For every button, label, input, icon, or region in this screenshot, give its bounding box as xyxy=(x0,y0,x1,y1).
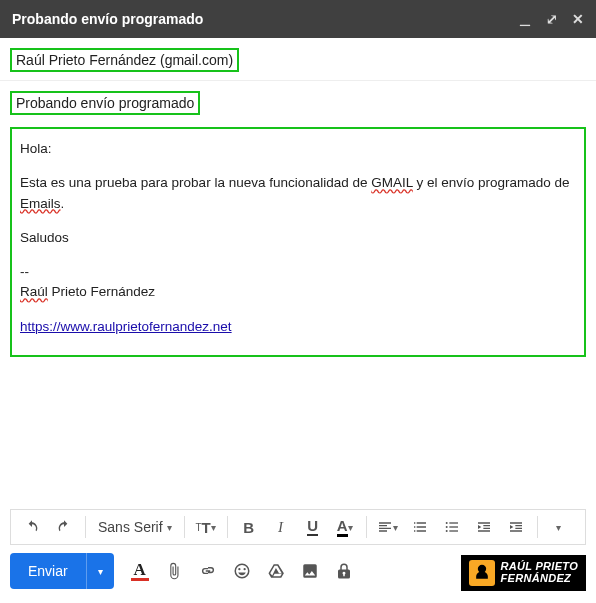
font-select[interactable]: Sans Serif ▾ xyxy=(92,519,178,535)
chevron-down-icon: ▾ xyxy=(348,522,353,533)
chevron-down-icon: ▾ xyxy=(167,522,172,533)
body-regards: Saludos xyxy=(20,228,576,248)
expand-icon[interactable]: ⤢ xyxy=(546,12,558,26)
divider xyxy=(85,516,86,538)
bullet-list-button[interactable] xyxy=(437,513,467,541)
brand-logo: RAÚL PRIETO FERNÁNDEZ xyxy=(461,555,586,591)
chevron-down-icon: ▾ xyxy=(98,566,103,577)
text-color-button[interactable]: A xyxy=(130,561,150,581)
svg-point-2 xyxy=(445,530,447,532)
subject-row[interactable]: Probando envío programado xyxy=(0,81,596,121)
divider xyxy=(227,516,228,538)
divider xyxy=(184,516,185,538)
window-controls: ＿ ⤢ ✕ xyxy=(518,12,584,26)
body-text: y el envío programado de xyxy=(413,175,570,190)
brand-logo-text: RAÚL PRIETO FERNÁNDEZ xyxy=(501,561,578,584)
textcolor-glyph: A xyxy=(337,517,348,537)
drive-icon[interactable] xyxy=(266,561,286,581)
brand-logo-icon xyxy=(469,560,495,586)
send-options-button[interactable]: ▾ xyxy=(86,553,114,589)
indent-more-button[interactable] xyxy=(501,513,531,541)
body-paragraph: Esta es una prueba para probar la nueva … xyxy=(20,173,576,214)
body-gmail: GMAIL xyxy=(371,175,413,190)
attach-icon[interactable] xyxy=(164,561,184,581)
logo-line2: FERNÁNDEZ xyxy=(501,573,578,585)
numbered-list-button[interactable] xyxy=(405,513,435,541)
indent-less-button[interactable] xyxy=(469,513,499,541)
recipient-chip[interactable]: Raúl Prieto Fernández (gmail.com) xyxy=(10,48,239,72)
redo-button[interactable] xyxy=(49,513,79,541)
compose-header: Probando envío programado ＿ ⤢ ✕ xyxy=(0,0,596,38)
svg-point-1 xyxy=(445,526,447,528)
signature-dash: -- xyxy=(20,262,576,282)
body-emails: Emails xyxy=(20,196,61,211)
chevron-down-icon: ▾ xyxy=(556,522,561,533)
recipient-row[interactable]: Raúl Prieto Fernández (gmail.com) xyxy=(0,38,596,81)
divider xyxy=(537,516,538,538)
minimize-icon[interactable]: ＿ xyxy=(518,12,532,26)
sig-first: Raúl xyxy=(20,284,48,299)
align-button[interactable]: ▾ xyxy=(373,513,403,541)
close-icon[interactable]: ✕ xyxy=(572,12,584,26)
body-text: Esta es una prueba para probar la nueva … xyxy=(20,175,371,190)
signature-link[interactable]: https://www.raulprietofernandez.net xyxy=(20,319,232,334)
signature-name: Raúl Prieto Fernández xyxy=(20,282,576,302)
confidential-icon[interactable] xyxy=(334,561,354,581)
emoji-icon[interactable] xyxy=(232,561,252,581)
underline-button[interactable]: U xyxy=(298,513,328,541)
undo-button[interactable] xyxy=(17,513,47,541)
chevron-down-icon: ▾ xyxy=(393,522,398,533)
bold-button[interactable]: B xyxy=(234,513,264,541)
sig-rest: Prieto Fernández xyxy=(48,284,155,299)
send-group: Enviar ▾ xyxy=(10,553,114,589)
send-button[interactable]: Enviar xyxy=(10,553,86,589)
underline-glyph: U xyxy=(307,518,318,536)
font-name: Sans Serif xyxy=(98,519,163,535)
text-color-button[interactable]: A▾ xyxy=(330,513,360,541)
subject-text[interactable]: Probando envío programado xyxy=(10,91,200,115)
message-body[interactable]: Hola: Esta es una prueba para probar la … xyxy=(10,127,586,357)
bottom-icons: A xyxy=(130,561,354,581)
italic-button[interactable]: I xyxy=(266,513,296,541)
more-formatting-button[interactable]: ▾ xyxy=(544,513,574,541)
divider xyxy=(366,516,367,538)
format-toolbar: Sans Serif ▾ TT▾ B I U A▾ ▾ ▾ xyxy=(10,509,586,545)
body-text: . xyxy=(61,196,65,211)
font-size-button[interactable]: TT▾ xyxy=(191,513,221,541)
link-icon[interactable] xyxy=(198,561,218,581)
compose-title: Probando envío programado xyxy=(12,11,518,27)
chevron-down-icon: ▾ xyxy=(211,522,216,533)
textcolor-glyph: A xyxy=(131,562,149,581)
body-greeting: Hola: xyxy=(20,139,576,159)
svg-point-0 xyxy=(445,522,447,524)
signature-url-line: https://www.raulprietofernandez.net xyxy=(20,317,576,337)
image-icon[interactable] xyxy=(300,561,320,581)
